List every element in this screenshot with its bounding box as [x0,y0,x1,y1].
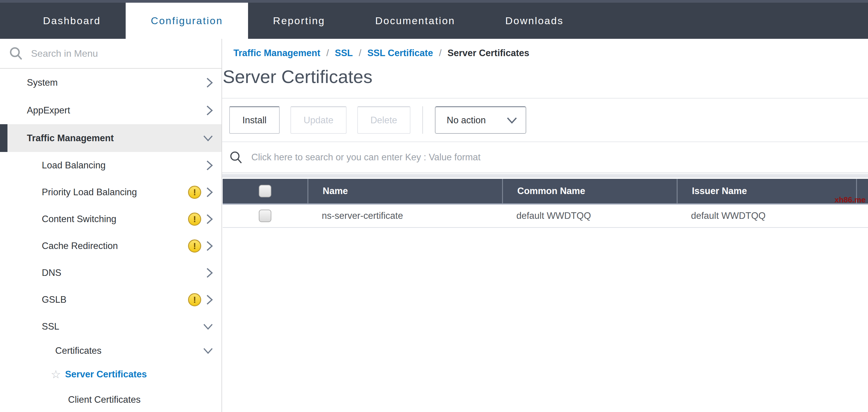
select-all-checkbox[interactable] [259,185,271,197]
warning-icon: ! [188,293,201,306]
nav-tab-label: Downloads [505,15,563,27]
main-content: Traffic Management/SSL/SSL Certificate/S… [222,39,868,412]
toolbar: Install Update Delete No action [222,98,868,142]
action-select[interactable]: No action [435,106,526,134]
sidebar-menu: SystemAppExpertTraffic ManagementLoad Ba… [0,69,221,412]
sidebar-item-label: Client Certificates [68,394,141,405]
chevron-right-icon [206,160,213,171]
watermark: xh86.me [835,195,866,205]
page-title: Server Certificates [223,66,868,87]
sidebar-item-traffic-management[interactable]: Traffic Management [0,124,221,152]
breadcrumb: Traffic Management/SSL/SSL Certificate/S… [222,39,868,59]
sidebar-item-label: SSL [42,321,59,332]
warning-icon: ! [188,239,201,253]
chevron-down-icon [203,135,213,142]
column-header-name: Name [307,179,502,203]
sidebar-item-label: AppExpert [27,105,70,116]
sidebar-item-label: Cache Redirection [42,241,118,252]
sidebar-item-label: System [27,77,58,88]
row-select-cell [223,205,307,227]
cell-value: default WWDTQQ [691,210,766,221]
sidebar-item-gslb[interactable]: GSLB! [0,286,221,313]
sidebar-item-priority-load-balancing[interactable]: Priority Load Balancing! [0,179,221,206]
breadcrumb-link[interactable]: SSL Certificate [367,48,433,59]
breadcrumb-link[interactable]: Traffic Management [234,48,320,59]
sidebar-item-label: Certificates [55,346,101,356]
row-checkbox[interactable] [259,210,271,222]
chevron-down-icon [203,323,213,330]
favorite-star-icon: ☆ [51,369,65,380]
search-icon [229,150,243,164]
table-body: ns-server-certificatedefault WWDTQQdefau… [223,205,868,228]
action-select-value: No action [447,115,486,126]
sidebar-item-client-certificates[interactable]: Client Certificates [0,387,221,412]
nav-tab-label: Documentation [375,15,455,27]
chevron-down-icon [506,117,517,124]
nav-tab-downloads[interactable]: Downloads [480,3,589,39]
certificates-table: NameCommon NameIssuer Namexh86.me ns-ser… [223,179,868,228]
table-search-box[interactable]: Click here to search or you can enter Ke… [222,142,868,173]
chevron-right-icon [206,77,213,88]
column-header-label: Name [323,186,348,197]
toolbar-divider [422,106,423,134]
nav-tab-label: Dashboard [43,15,101,27]
sidebar: Search in Menu SystemAppExpertTraffic Ma… [0,39,222,412]
chevron-right-icon [206,241,213,252]
column-header-common-name: Common Name [502,179,677,203]
cell-value: default WWDTQQ [516,210,591,221]
row-cell: default WWDTQQ [502,205,677,227]
warning-icon: ! [188,186,201,199]
breadcrumb-separator: / [326,48,329,59]
sidebar-item-label: GSLB [42,294,67,305]
column-header-label: Common Name [517,186,585,197]
delete-button[interactable]: Delete [357,106,410,134]
breadcrumb-link[interactable]: SSL [335,48,353,59]
table-search-placeholder: Click here to search or you can enter Ke… [251,152,480,163]
breadcrumb-current: Server Certificates [447,48,529,59]
row-filler-cell [856,205,868,227]
sidebar-item-load-balancing[interactable]: Load Balancing [0,152,221,179]
sidebar-item-ssl[interactable]: SSL [0,313,221,340]
sidebar-item-certificates[interactable]: Certificates [0,340,221,361]
sidebar-item-label: Load Balancing [42,160,106,171]
sidebar-item-appexpert[interactable]: AppExpert [0,96,221,124]
update-button[interactable]: Update [290,106,346,134]
sidebar-item-dns[interactable]: DNS [0,260,221,286]
nav-tab-documentation[interactable]: Documentation [350,3,480,39]
chevron-right-icon [206,294,213,305]
breadcrumb-separator: / [439,48,442,59]
sidebar-item-label: Priority Load Balancing [42,187,137,198]
sidebar-item-system[interactable]: System [0,69,221,96]
header-select-all-cell [223,179,307,203]
sidebar-item-label: Server Certificates [65,369,147,380]
nav-tab-dashboard[interactable]: Dashboard [18,3,126,39]
chevron-right-icon [206,105,213,116]
nav-tab-configuration[interactable]: Configuration [126,3,248,39]
top-strip [0,0,868,3]
install-button[interactable]: Install [229,106,280,134]
nav-tab-label: Configuration [151,15,223,27]
menu-search-placeholder: Search in Menu [31,48,98,59]
netscaler-app: DashboardConfigurationReportingDocumenta… [0,0,868,412]
cell-value: ns-server-certificate [322,210,403,221]
table-row[interactable]: ns-server-certificatedefault WWDTQQdefau… [223,205,868,228]
sidebar-item-label: DNS [42,267,61,278]
sidebar-item-cache-redirection[interactable]: Cache Redirection! [0,233,221,260]
nav-tab-reporting[interactable]: Reporting [248,3,350,39]
column-header-label: Issuer Name [692,186,747,197]
table-header-row: NameCommon NameIssuer Namexh86.me [223,179,868,205]
sidebar-item-server-certificates[interactable]: ☆Server Certificates [0,361,221,387]
chevron-down-icon [203,347,213,354]
table-top-strip [222,174,868,178]
chevron-right-icon [206,187,213,198]
nav-tab-label: Reporting [273,15,325,27]
column-header-issuer-name: Issuer Name [677,179,856,203]
nav-tabs: DashboardConfigurationReportingDocumenta… [0,3,868,39]
sidebar-item-label: Content Switching [42,214,116,225]
breadcrumb-separator: / [359,48,362,59]
sidebar-item-label: Traffic Management [27,133,114,144]
menu-search-box[interactable]: Search in Menu [0,39,221,69]
chevron-right-icon [206,267,213,278]
search-icon [9,46,23,61]
sidebar-item-content-switching[interactable]: Content Switching! [0,206,221,233]
